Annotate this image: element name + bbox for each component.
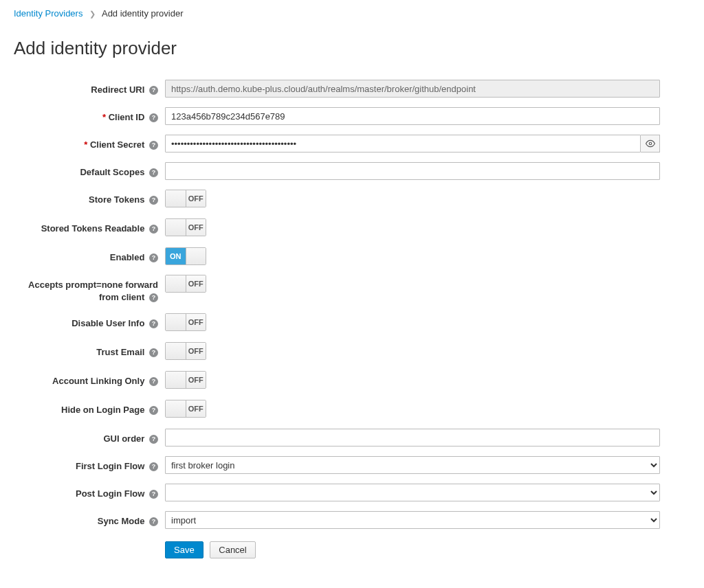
breadcrumb-link-identity-providers[interactable]: Identity Providers <box>14 8 82 19</box>
stored-tokens-readable-toggle[interactable]: OFF <box>165 218 206 236</box>
help-icon[interactable]: ? <box>149 377 158 386</box>
help-icon[interactable]: ? <box>149 225 158 234</box>
trust-email-toggle[interactable]: OFF <box>165 342 206 360</box>
label-client-secret: * Client Secret ? <box>14 135 165 151</box>
label-trust-email: Trust Email ? <box>14 342 165 359</box>
label-client-id: * Client ID ? <box>14 107 165 124</box>
breadcrumb-current: Add identity provider <box>102 8 184 19</box>
help-icon[interactable]: ? <box>149 348 158 357</box>
help-icon[interactable]: ? <box>149 319 158 328</box>
post-login-flow-select[interactable] <box>165 484 660 501</box>
label-accepts-prompt: Accepts prompt=none forward from client … <box>14 275 165 304</box>
client-secret-input[interactable] <box>165 135 641 152</box>
label-post-login-flow: Post Login Flow ? <box>14 484 165 500</box>
store-tokens-toggle[interactable]: OFF <box>165 190 206 207</box>
help-icon[interactable]: ? <box>149 517 158 526</box>
help-icon[interactable]: ? <box>149 196 158 205</box>
gui-order-input[interactable] <box>165 429 660 446</box>
enabled-toggle[interactable]: ON <box>165 247 206 265</box>
redirect-uri-input[interactable] <box>165 80 660 98</box>
eye-icon[interactable] <box>641 135 660 152</box>
accepts-prompt-toggle[interactable]: OFF <box>165 275 206 293</box>
help-icon[interactable]: ? <box>149 253 158 262</box>
help-icon[interactable]: ? <box>149 141 158 150</box>
default-scopes-input[interactable] <box>165 162 660 180</box>
label-sync-mode: Sync Mode ? <box>14 511 165 528</box>
help-icon[interactable]: ? <box>149 435 158 444</box>
help-icon[interactable]: ? <box>149 462 158 471</box>
label-store-tokens: Store Tokens ? <box>14 190 165 206</box>
chevron-right-icon: ❯ <box>85 10 100 18</box>
label-stored-tokens-readable: Stored Tokens Readable ? <box>14 218 165 235</box>
label-first-login-flow: First Login Flow ? <box>14 456 165 473</box>
svg-point-0 <box>649 142 652 145</box>
first-login-flow-select[interactable]: first broker login <box>165 456 660 474</box>
label-disable-user-info: Disable User Info ? <box>14 313 165 330</box>
help-icon[interactable]: ? <box>149 113 158 122</box>
label-account-linking-only: Account Linking Only ? <box>14 371 165 387</box>
label-redirect-uri: Redirect URI ? <box>14 80 165 96</box>
disable-user-info-toggle[interactable]: OFF <box>165 313 206 331</box>
help-icon[interactable]: ? <box>149 406 158 415</box>
hide-on-login-page-toggle[interactable]: OFF <box>165 400 206 418</box>
label-default-scopes: Default Scopes ? <box>14 162 165 179</box>
account-linking-only-toggle[interactable]: OFF <box>165 371 206 389</box>
client-id-input[interactable] <box>165 107 660 125</box>
help-icon[interactable]: ? <box>149 490 158 499</box>
save-button[interactable]: Save <box>165 541 204 558</box>
page-title: Add identity provider <box>14 38 690 59</box>
help-icon[interactable]: ? <box>149 168 158 177</box>
label-enabled: Enabled ? <box>14 247 165 264</box>
label-hide-on-login-page: Hide on Login Page ? <box>14 400 165 416</box>
help-icon[interactable]: ? <box>149 86 158 95</box>
sync-mode-select[interactable]: import <box>165 511 660 529</box>
breadcrumb: Identity Providers ❯ Add identity provid… <box>14 0 690 24</box>
help-icon[interactable]: ? <box>149 293 158 302</box>
cancel-button[interactable]: Cancel <box>210 541 255 558</box>
label-gui-order: GUI order ? <box>14 429 165 445</box>
